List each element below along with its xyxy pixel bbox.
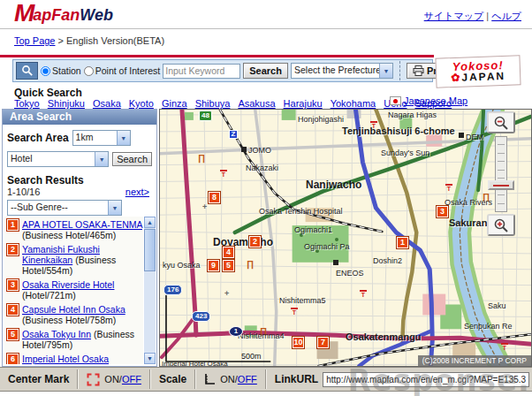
search-results-title: Search Results: [7, 174, 152, 187]
map-result-marker-1[interactable]: 1: [397, 237, 408, 248]
map-result-marker-5[interactable]: 5: [223, 260, 234, 271]
map-label: Ogimachi1: [294, 225, 332, 234]
result-link[interactable]: APA HOTEL OSAKA-TENMA: [22, 219, 142, 230]
breadcrumb-separator: >: [55, 35, 66, 46]
breadcrumb-top-page-link[interactable]: Top Page: [14, 35, 55, 46]
result-number-badge: 4: [7, 304, 19, 316]
scroll-up-arrow[interactable]: ▲: [144, 217, 156, 228]
genre-select-value: Hotel: [8, 152, 95, 166]
building-icon: [241, 147, 247, 152]
map-result-marker-10[interactable]: 10: [293, 337, 304, 348]
poi-radio-input[interactable]: [84, 66, 94, 76]
map-label: Nishitemma5: [279, 296, 326, 305]
quick-search-link-yokohama[interactable]: Yokohama: [331, 98, 376, 109]
quick-search-link-osaka[interactable]: Osaka: [93, 98, 121, 109]
scroll-down-arrow[interactable]: ▼: [144, 353, 156, 364]
search-result-item-5[interactable]: 5Osaka Tokyu Inn (Business Hotel/795m): [7, 329, 142, 350]
result-number-badge: 1: [7, 219, 19, 231]
center-mark-off-link[interactable]: OFF: [122, 374, 141, 385]
map-copyright: (C)2008 INCREMENT P CORP: [418, 355, 531, 366]
zoom-slider-handle[interactable]: [488, 180, 514, 190]
station-radio-input[interactable]: [41, 66, 50, 76]
search-result-item-6[interactable]: 6Imperial Hotel Osaka (Hotel/816m): [7, 354, 142, 364]
zoom-out-button[interactable]: [487, 111, 515, 133]
yokoso-line2: ✿JAPAN: [451, 71, 505, 84]
quick-search-link-shinjuku[interactable]: Shinjuku: [48, 98, 85, 109]
logo-m: M: [14, 1, 34, 26]
search-result-item-1[interactable]: 1APA HOTEL OSAKA-TENMA (Business Hotel/4…: [7, 219, 142, 240]
map-label: Nagara Higas: [388, 110, 437, 119]
search-result-item-3[interactable]: 3Osaka Riverside Hotel (Hotel/721m): [7, 279, 142, 301]
linkurl-input[interactable]: [323, 372, 529, 387]
result-detail: (Business Hotel/465m): [22, 230, 116, 240]
search-area-select[interactable]: 1km ▼: [72, 130, 131, 146]
building-icon: [333, 260, 338, 265]
mapfan-logo[interactable]: MapFanWeb: [14, 1, 113, 26]
search-result-item-2[interactable]: 2Yamanishi Fukushi Kinenkaikan (Business…: [7, 244, 142, 276]
quick-search-link-harajuku[interactable]: Harajuku: [284, 98, 323, 109]
chevron-down-icon[interactable]: ▼: [117, 131, 130, 145]
accent-red-rule: [0, 55, 434, 57]
chevron-down-icon[interactable]: ▼: [108, 201, 121, 215]
map-label: Osaka Tenshin Hospital: [259, 207, 342, 216]
scale-label: Scale: [159, 373, 186, 385]
japan-flag-icon: [390, 96, 401, 105]
quick-search-link-ginza[interactable]: Ginza: [162, 98, 187, 109]
search-result-item-4[interactable]: 4Capsule Hotel Inn Osaka (Business Hotel…: [7, 304, 142, 325]
prefecture-select[interactable]: Select the Prefecture ▼: [291, 63, 393, 79]
map-result-marker-4[interactable]: 4: [223, 247, 234, 258]
map-label: JOMO: [248, 146, 271, 155]
chevron-down-icon[interactable]: ▼: [95, 152, 108, 166]
scale-off-link[interactable]: OFF: [238, 374, 257, 385]
route-shield-48: 48: [199, 110, 212, 121]
genre-select[interactable]: Hotel ▼: [7, 151, 109, 167]
station-radio[interactable]: Station: [41, 65, 81, 76]
keyword-input[interactable]: [163, 64, 240, 79]
header: MapFanWeb サイトマップ | ヘルプ: [0, 0, 532, 29]
results-scrollbar[interactable]: ▲ ▼: [144, 217, 156, 364]
result-number-badge: 3: [7, 279, 19, 291]
result-link[interactable]: Imperial Hotel Osaka: [22, 354, 109, 364]
map-canvas[interactable]: Nagara HigasHonjohigashiTenjinbashisuji …: [159, 109, 532, 367]
map-label: Nakazaki: [246, 164, 278, 172]
area-search-button-label: Search: [117, 154, 148, 164]
poi-radio[interactable]: Point of Interest: [84, 65, 161, 76]
station-radio-label: Station: [52, 65, 81, 76]
map-label: Sunday's Sun: [381, 148, 429, 157]
area-search-title: Area Search: [3, 110, 156, 125]
result-link[interactable]: Osaka Tokyu Inn: [22, 329, 91, 339]
map-result-marker-9[interactable]: 9: [208, 260, 219, 271]
map-result-marker-2[interactable]: 2: [249, 236, 261, 248]
mapfan-page: MapFanWeb サイトマップ | ヘルプ Top Page > Englis…: [0, 0, 532, 396]
map-result-marker-3[interactable]: 3: [437, 206, 448, 217]
japanese-map-link[interactable]: Japanese Map: [404, 95, 467, 106]
area-search-button[interactable]: Search: [112, 152, 152, 166]
chevron-down-icon[interactable]: ▼: [379, 64, 392, 78]
zoom-in-button[interactable]: [487, 214, 515, 236]
subgenre-select[interactable]: --Sub Genre-- ▼: [7, 200, 122, 216]
next-page-link[interactable]: next>: [125, 187, 149, 197]
scrollbar-thumb[interactable]: [144, 229, 156, 271]
map-result-marker-7[interactable]: 7: [317, 337, 329, 348]
route-shield-1: 1: [229, 326, 243, 337]
yokoso-japan-logo[interactable]: Yokoso! ✿JAPAN: [435, 55, 521, 88]
search-area-value: 1km: [73, 131, 117, 145]
zoom-slider-track[interactable]: [495, 136, 507, 212]
quick-search-link-shibuya[interactable]: Shibuya: [195, 98, 231, 109]
sitemap-link[interactable]: サイトマップ: [424, 11, 484, 21]
map-label: DEM: [466, 133, 483, 141]
result-link[interactable]: Capsule Hotel Inn Osaka: [22, 304, 125, 315]
route-shield-423: 423: [192, 311, 210, 322]
map-result-marker-8[interactable]: 8: [209, 192, 220, 203]
quick-search-link-asakusa[interactable]: Asakusa: [238, 98, 275, 109]
map-label: Doshin2: [373, 256, 402, 265]
scale-on: ON/: [220, 374, 238, 385]
result-detail: (Hotel/721m): [22, 290, 76, 301]
quick-search-link-tokyo[interactable]: Tokyo: [14, 98, 40, 109]
quick-search-link-kyoto[interactable]: Kyoto: [129, 98, 154, 109]
result-link[interactable]: Osaka Riverside Hotel: [22, 279, 114, 290]
keyword-search-button[interactable]: Search: [243, 63, 288, 79]
logo-apfan: apFan: [33, 4, 80, 26]
link-separator: |: [486, 11, 489, 21]
help-link[interactable]: ヘルプ: [491, 11, 521, 21]
